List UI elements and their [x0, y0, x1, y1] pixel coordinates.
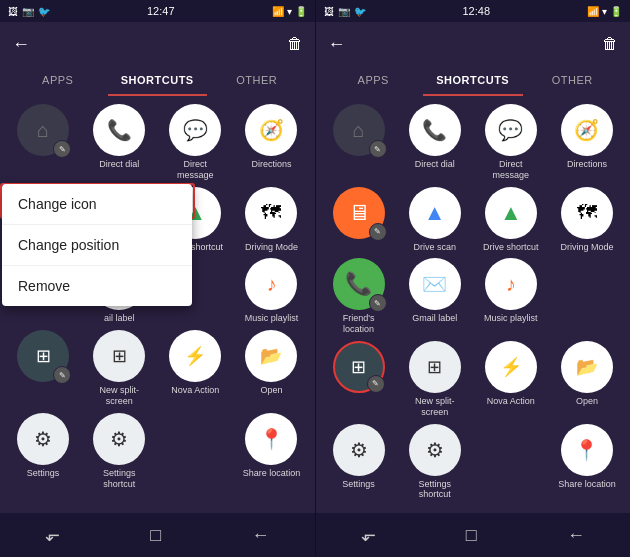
back-nav-button-right[interactable]: ← — [567, 525, 585, 546]
list-item[interactable]: ⊞ ✎ — [322, 341, 396, 418]
home-icon-wrap-r: ⌂ ✎ — [333, 104, 385, 156]
list-item[interactable]: ▲ Drive scan — [398, 187, 472, 253]
icon-label: New split-screen — [404, 396, 466, 418]
icon-label: Share location — [558, 479, 616, 490]
list-item[interactable]: ▲ Drive shortcut — [474, 187, 548, 253]
context-remove[interactable]: Remove — [2, 266, 192, 306]
share-location-icon-r: 📍 — [561, 424, 613, 476]
recent-button-right[interactable]: ⬐ — [361, 524, 376, 546]
list-item[interactable]: ⚙ Settings — [322, 424, 396, 501]
tab-other-right[interactable]: OTHER — [523, 66, 623, 96]
open-icon: 📂 — [245, 330, 297, 382]
list-item[interactable]: 📍 Share location — [234, 413, 308, 490]
tabs-right: APPS SHORTCUTS OTHER — [316, 66, 631, 96]
list-item[interactable]: ♪ Music playlist — [234, 258, 308, 324]
tab-shortcuts-left[interactable]: SHORTCUTS — [108, 66, 208, 96]
driving-mode-icon: 🗺 — [245, 187, 297, 239]
list-item[interactable]: 🧭 Directions — [550, 104, 624, 181]
context-change-icon[interactable]: Change icon — [2, 184, 192, 225]
tabs-left: APPS SHORTCUTS OTHER — [0, 66, 315, 96]
list-item[interactable]: ⚡ Nova Action — [474, 341, 548, 418]
gmail-label-icon-r: ✉️ — [409, 258, 461, 310]
icon-label: Gmail label — [412, 313, 457, 324]
icon-label: Direct message — [164, 159, 226, 181]
list-item[interactable]: 📂 Open — [550, 341, 624, 418]
list-item[interactable]: 📞 ✎ Friend's location — [322, 258, 396, 335]
context-change-position[interactable]: Change position — [2, 225, 192, 266]
icon-label: Open — [576, 396, 598, 407]
icon-label: New split-screen — [88, 385, 150, 407]
list-item[interactable]: ⚙ Settings shortcut — [398, 424, 472, 501]
bottom-nav-right: ⬐ □ ← — [316, 513, 631, 557]
list-item[interactable]: 📍 Share location — [550, 424, 624, 501]
screen-right: 🖼 📷 🐦 12:48 📶 ▾ 🔋 ← 🗑 APPS SHORTCUTS OTH… — [316, 0, 631, 557]
list-item[interactable]: 🗺 Driving Mode — [550, 187, 624, 253]
icon-label: Settings — [342, 479, 375, 490]
list-item[interactable]: ⊞ ✎ — [6, 330, 80, 407]
status-bar-right: 🖼 📷 🐦 12:48 📶 ▾ 🔋 — [316, 0, 631, 22]
list-item[interactable]: 📂 Open — [234, 330, 308, 407]
icon-label: ail label — [104, 313, 135, 324]
back-button-left[interactable]: ← — [12, 34, 30, 55]
driving-mode-icon-r: 🗺 — [561, 187, 613, 239]
icon-label: Music playlist — [484, 313, 538, 324]
recent-button-left[interactable]: ⬐ — [45, 524, 60, 546]
icon-label: Driving Mode — [560, 242, 613, 253]
battery-icon: 🔋 — [295, 6, 307, 17]
icon-label: Settings shortcut — [88, 468, 150, 490]
icon-label: Direct dial — [415, 159, 455, 170]
signal-icon: 📶 — [272, 6, 284, 17]
open-icon-r: 📂 — [561, 341, 613, 393]
list-item[interactable]: 💬 Direct message — [158, 104, 232, 181]
list-item[interactable]: 📞 Direct dial — [82, 104, 156, 181]
stack-icon: ⊞ — [36, 345, 51, 367]
back-nav-button-left[interactable]: ← — [251, 525, 269, 546]
phone-icon: 📞 — [345, 271, 372, 297]
twitter-icon: 🐦 — [38, 6, 50, 17]
icon-label: Drive scan — [413, 242, 456, 253]
icon-label: Nova Action — [171, 385, 219, 396]
stack-icon-wrap: ⊞ ✎ — [17, 330, 69, 382]
layers-icon: ⊞ — [351, 356, 366, 378]
directions-icon-r: 🧭 — [561, 104, 613, 156]
icon-label: Open — [260, 385, 282, 396]
list-item[interactable]: ⊞ New split-screen — [82, 330, 156, 407]
wifi-icon: ▾ — [287, 6, 292, 17]
list-item[interactable]: ⚙ Settings shortcut — [82, 413, 156, 490]
list-item[interactable]: 🖥 ✎ — [322, 187, 396, 253]
home-button-right[interactable]: □ — [466, 525, 477, 546]
home-button-left[interactable]: □ — [150, 525, 161, 546]
status-bar-left: 🖼 📷 🐦 12:47 📶 ▾ 🔋 — [0, 0, 315, 22]
icon-label: Friend's location — [328, 313, 390, 335]
list-item[interactable]: 📞 Direct dial — [398, 104, 472, 181]
list-item[interactable]: 🧭 Directions — [234, 104, 308, 181]
list-item[interactable]: ⌂ ✎ — [322, 104, 396, 181]
list-item[interactable]: 🗺 Driving Mode — [234, 187, 308, 253]
home-icon: ⌂ — [37, 119, 49, 142]
back-button-right[interactable]: ← — [328, 34, 346, 55]
drive-scan-icon-r: ▲ — [409, 187, 461, 239]
list-item[interactable]: ✉️ Gmail label — [398, 258, 472, 335]
list-item[interactable]: 💬 Direct message — [474, 104, 548, 181]
status-left-icons-r: 🖼 📷 🐦 — [324, 6, 366, 17]
trash-button-left[interactable]: 🗑 — [287, 35, 303, 53]
icon-label: Share location — [243, 468, 301, 479]
icon-label: Settings shortcut — [404, 479, 466, 501]
tab-shortcuts-right[interactable]: SHORTCUTS — [423, 66, 523, 96]
signal-icon-r: 📶 — [587, 6, 599, 17]
list-item[interactable]: ⌂ ✎ — [6, 104, 80, 181]
drive-shortcut-icon-r: ▲ — [485, 187, 537, 239]
trash-button-right[interactable]: 🗑 — [602, 35, 618, 53]
tab-apps-left[interactable]: APPS — [8, 66, 108, 96]
tab-apps-right[interactable]: APPS — [324, 66, 424, 96]
status-right-icons: 📶 ▾ 🔋 — [272, 6, 307, 17]
stacked-selected-icon: ⊞ ✎ — [333, 341, 385, 393]
icon-label: Direct message — [480, 159, 542, 181]
list-item[interactable]: ⚡ Nova Action — [158, 330, 232, 407]
direct-dial-icon: 📞 — [93, 104, 145, 156]
new-split-icon-r: ⊞ — [409, 341, 461, 393]
list-item[interactable]: ♪ Music playlist — [474, 258, 548, 335]
list-item[interactable]: ⊞ New split-screen — [398, 341, 472, 418]
tab-other-left[interactable]: OTHER — [207, 66, 307, 96]
list-item[interactable]: ⚙ Settings — [6, 413, 80, 490]
